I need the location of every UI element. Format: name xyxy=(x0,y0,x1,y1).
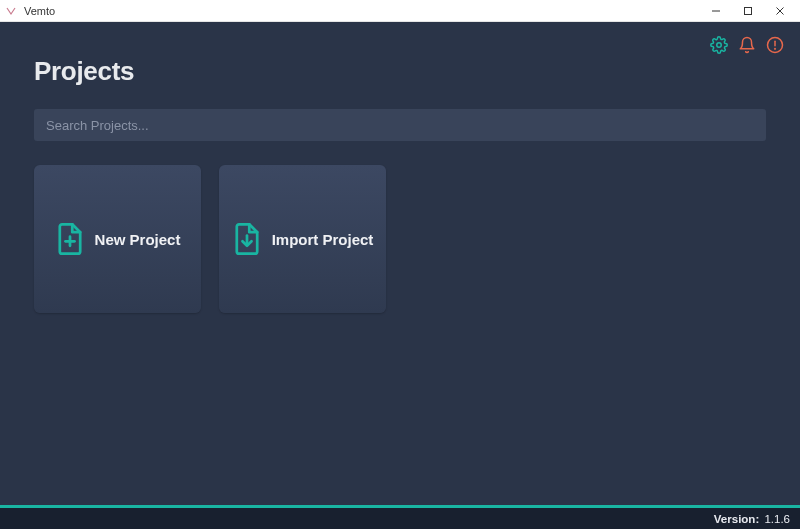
alert-icon[interactable] xyxy=(766,36,784,54)
new-project-card[interactable]: New Project xyxy=(34,165,201,313)
svg-point-4 xyxy=(717,43,722,48)
search-input[interactable] xyxy=(34,109,766,141)
app-window: Vemto Projects xyxy=(0,0,800,529)
page: Projects New Project xyxy=(0,22,800,505)
svg-point-7 xyxy=(775,48,776,49)
file-download-icon xyxy=(232,221,262,257)
maximize-button[interactable] xyxy=(732,1,764,21)
svg-rect-1 xyxy=(745,7,752,14)
topbar-actions xyxy=(710,36,784,54)
version-label: Version: xyxy=(714,513,759,525)
card-content: New Project xyxy=(55,221,181,257)
window-controls xyxy=(700,1,796,21)
file-plus-icon xyxy=(55,221,85,257)
minimize-button[interactable] xyxy=(700,1,732,21)
version-value: 1.1.6 xyxy=(764,513,790,525)
close-button[interactable] xyxy=(764,1,796,21)
card-content: Import Project xyxy=(232,221,374,257)
app-icon xyxy=(4,4,18,18)
window-title: Vemto xyxy=(24,5,700,17)
card-label: Import Project xyxy=(272,231,374,248)
gear-icon[interactable] xyxy=(710,36,728,54)
import-project-card[interactable]: Import Project xyxy=(219,165,386,313)
version-bar: Version: 1.1.6 xyxy=(0,508,800,529)
app-body: Projects New Project xyxy=(0,22,800,529)
bell-icon[interactable] xyxy=(738,36,756,54)
page-title: Projects xyxy=(34,56,766,87)
card-label: New Project xyxy=(95,231,181,248)
titlebar: Vemto xyxy=(0,0,800,22)
project-cards: New Project Import Proj xyxy=(34,165,766,313)
